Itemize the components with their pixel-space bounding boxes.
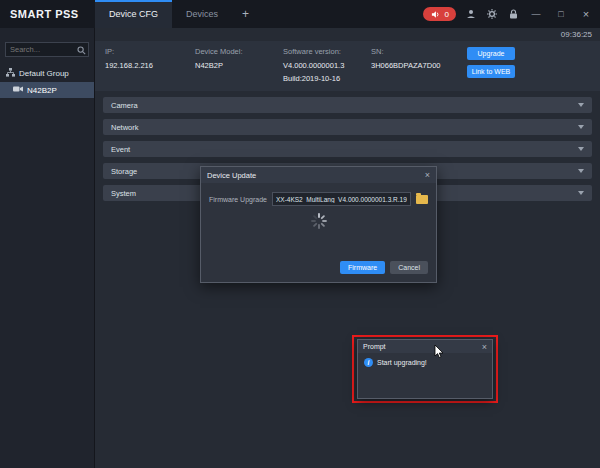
search-box xyxy=(5,38,89,57)
section-event-label: Event xyxy=(111,145,130,154)
group-icon xyxy=(6,68,15,79)
sn-value: 3H066BDPAZA7D00 xyxy=(371,61,467,70)
chevron-down-icon xyxy=(578,191,584,195)
model-label: Device Model: xyxy=(195,47,283,56)
dialog-close-icon[interactable]: × xyxy=(425,170,430,180)
sidebar-item-device-n42b2p[interactable]: N42B2P xyxy=(0,82,94,98)
model-value: N42B2P xyxy=(195,61,283,70)
clock-time: 09:36:25 xyxy=(561,30,592,39)
gear-icon[interactable] xyxy=(486,8,498,20)
lock-icon[interactable] xyxy=(507,8,519,20)
speaker-icon xyxy=(430,8,442,20)
device-info-panel: IP: 192.168.2.216 Device Model: N42B2P S… xyxy=(95,41,600,91)
folder-browse-icon[interactable] xyxy=(416,195,428,204)
section-network-label: Network xyxy=(111,123,139,132)
prompt-title: Prompt xyxy=(363,343,386,350)
chevron-down-icon xyxy=(578,169,584,173)
device-label: N42B2P xyxy=(27,86,57,95)
info-icon: i xyxy=(364,358,373,367)
app-logo: SMART PSS xyxy=(0,0,95,28)
alarm-counter[interactable]: 0 xyxy=(423,7,456,21)
upgrade-button[interactable]: Upgrade xyxy=(467,47,515,60)
firmware-file-input[interactable] xyxy=(272,192,411,206)
device-tree-sidebar: Default Group N42B2P xyxy=(0,28,95,468)
chevron-down-icon xyxy=(578,125,584,129)
alarm-count: 0 xyxy=(445,10,449,19)
tab-devices[interactable]: Devices xyxy=(172,0,232,28)
titlebar-right-cluster: 0 — □ × xyxy=(423,0,600,28)
tab-device-cfg[interactable]: Device CFG xyxy=(95,0,172,28)
titlebar: SMART PSS Device CFG Devices + 0 xyxy=(0,0,600,28)
build-value: Build:2019-10-16 xyxy=(283,74,371,83)
section-camera[interactable]: Camera xyxy=(103,97,592,113)
cancel-button[interactable]: Cancel xyxy=(390,261,428,274)
section-system-label: System xyxy=(111,189,136,198)
link-to-web-button[interactable]: Link to WEB xyxy=(467,65,515,78)
chevron-down-icon xyxy=(578,147,584,151)
section-camera-label: Camera xyxy=(111,101,138,110)
firmware-upgrade-label: Firmware Upgrade xyxy=(209,196,267,203)
mouse-cursor-icon xyxy=(434,344,445,363)
user-icon[interactable] xyxy=(465,8,477,20)
device-update-dialog: Device Update × Firmware Upgrade xyxy=(200,166,437,283)
software-version-label: Software version: xyxy=(283,47,371,56)
close-button[interactable]: × xyxy=(578,0,594,28)
section-network[interactable]: Network xyxy=(103,119,592,135)
section-storage-label: Storage xyxy=(111,167,137,176)
tab-device-cfg-label: Device CFG xyxy=(109,9,158,19)
prompt-message: Start upgrading! xyxy=(377,359,427,366)
ip-value: 192.168.2.216 xyxy=(105,61,195,70)
chevron-down-icon xyxy=(578,103,584,107)
minimize-button[interactable]: — xyxy=(528,0,544,28)
add-tab-button[interactable]: + xyxy=(232,0,259,28)
sidebar-item-default-group[interactable]: Default Group xyxy=(0,65,94,82)
smartpss-window: SMART PSS Device CFG Devices + 0 xyxy=(0,0,600,468)
section-event[interactable]: Event xyxy=(103,141,592,157)
software-version-value: V4.000.0000001.3 xyxy=(283,61,371,70)
loading-spinner-icon xyxy=(311,213,327,233)
camera-device-icon xyxy=(13,85,23,95)
search-icon[interactable] xyxy=(77,41,86,59)
group-label: Default Group xyxy=(19,69,69,78)
tab-devices-label: Devices xyxy=(186,9,218,19)
firmware-button[interactable]: Firmware xyxy=(340,261,385,274)
prompt-dialog-titlebar: Prompt × xyxy=(358,340,492,353)
device-update-dialog-title: Device Update xyxy=(207,171,256,180)
ip-label: IP: xyxy=(105,47,195,56)
prompt-dialog: Prompt × i Start upgrading! xyxy=(357,339,493,399)
device-update-dialog-titlebar: Device Update × xyxy=(201,167,436,183)
maximize-button[interactable]: □ xyxy=(553,0,569,28)
sn-label: SN: xyxy=(371,47,467,56)
prompt-close-icon[interactable]: × xyxy=(482,342,487,352)
